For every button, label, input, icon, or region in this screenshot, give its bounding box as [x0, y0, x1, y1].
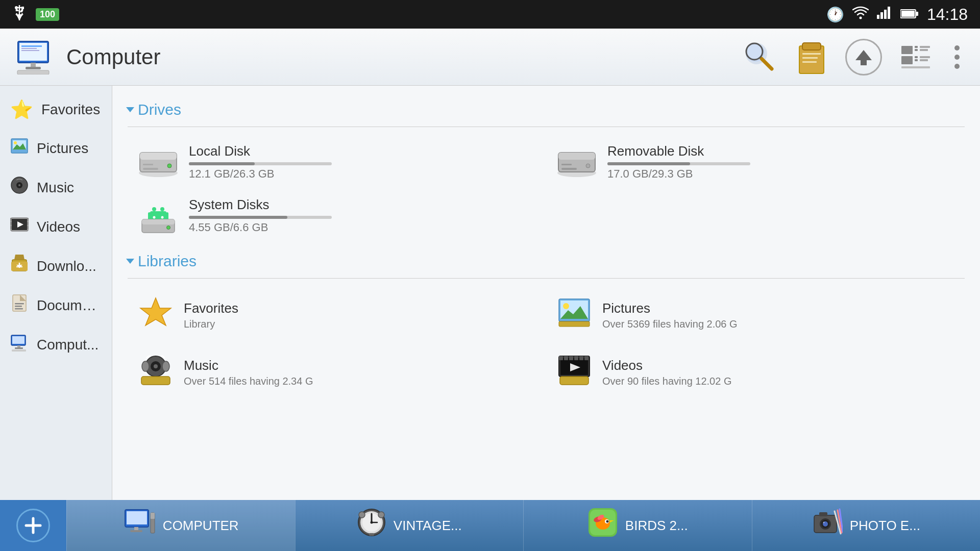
title-actions	[742, 39, 965, 76]
taskbar-item-computer[interactable]: COMPUTER	[66, 500, 295, 551]
svg-rect-115	[141, 377, 170, 385]
list-view-button[interactable]	[897, 39, 934, 76]
svg-point-105	[167, 226, 170, 229]
local-disk-size: 12.1 GB/26.3 GB	[189, 167, 536, 181]
sidebar-item-music[interactable]: Music	[0, 168, 112, 207]
sidebar-item-documents[interactable]: Docume...	[0, 286, 112, 325]
sidebar: ⭐ Favorites Pictures	[0, 86, 112, 500]
library-pictures-info: Pictures Over 5369 files having 2.06 G	[602, 300, 738, 330]
library-item-pictures[interactable]: Pictures Over 5369 files having 2.06 G	[546, 287, 965, 344]
svg-rect-11	[880, 12, 883, 19]
status-bar: 100 🕐	[0, 0, 980, 29]
svg-rect-33	[802, 57, 818, 59]
svg-rect-60	[10, 218, 12, 221]
removable-disk-bar-fill	[607, 162, 690, 165]
downloads-icon	[10, 255, 29, 278]
pictures-icon	[10, 137, 29, 160]
svg-point-114	[154, 364, 158, 368]
taskbar-computer-icon	[123, 509, 156, 542]
library-music-info: Music Over 514 files having 2.34 G	[184, 358, 313, 387]
add-circle	[16, 509, 50, 542]
removable-disk-bar-bg	[607, 162, 750, 165]
svg-rect-15	[901, 11, 915, 17]
svg-rect-37	[915, 46, 918, 48]
svg-rect-124	[579, 356, 583, 360]
status-bar-left: 100	[12, 4, 59, 25]
upload-icon	[845, 39, 882, 76]
svg-rect-74	[15, 303, 24, 305]
system-disks-icon	[138, 201, 179, 231]
taskbar-item-vintage[interactable]: VINTAGE...	[295, 500, 524, 551]
svg-rect-34	[802, 61, 817, 63]
svg-rect-21	[17, 70, 49, 74]
sidebar-item-videos[interactable]: Videos	[0, 207, 112, 246]
more-button[interactable]	[949, 39, 965, 76]
taskbar-birds2-label: BIRDS 2...	[625, 518, 688, 534]
music-icon	[10, 176, 29, 199]
library-favorites-icon	[138, 295, 174, 336]
sidebar-item-pictures-label: Pictures	[37, 140, 88, 157]
alarm-icon: 🕐	[826, 6, 844, 23]
system-disks-info: System Disks 4.55 GB/6.6 GB	[189, 197, 536, 234]
svg-rect-104	[142, 219, 175, 224]
svg-rect-23	[21, 48, 37, 49]
taskbar-vintage-icon	[357, 508, 386, 543]
favorites-icon: ⭐	[10, 99, 33, 120]
svg-rect-12	[884, 10, 887, 19]
svg-rect-31	[802, 43, 821, 50]
search-button[interactable]	[742, 39, 778, 75]
svg-point-56	[18, 184, 20, 186]
library-music-icon	[138, 352, 174, 393]
libraries-grid: Favorites Library Pictures	[128, 287, 965, 401]
clipboard-button[interactable]	[793, 39, 830, 76]
svg-rect-44	[920, 56, 930, 58]
svg-rect-62	[10, 226, 12, 229]
wifi-icon	[852, 6, 869, 23]
svg-marker-35	[855, 50, 872, 65]
sidebar-item-computer-label: Comput...	[37, 337, 99, 353]
svg-rect-39	[920, 46, 930, 48]
svg-rect-61	[10, 222, 12, 225]
svg-marker-68	[14, 255, 24, 260]
svg-rect-144	[369, 533, 374, 536]
content-area: Drives Local Disk	[112, 86, 980, 500]
removable-disk-icon	[556, 147, 597, 178]
svg-rect-10	[877, 15, 879, 19]
svg-rect-16	[916, 12, 918, 16]
library-pictures-icon	[556, 295, 592, 336]
drives-divider	[128, 127, 965, 127]
removable-disk-size: 17.0 GB/29.3 GB	[607, 167, 954, 181]
svg-rect-80	[15, 347, 23, 349]
sidebar-item-computer[interactable]: Comput...	[0, 325, 112, 364]
svg-rect-122	[569, 356, 573, 360]
svg-point-141	[370, 521, 373, 524]
battery-icon	[900, 6, 919, 22]
library-favorites-name: Favorites	[184, 300, 238, 316]
taskbar-item-photoe[interactable]: PHOTO E...	[752, 500, 981, 551]
local-disk-item[interactable]: Local Disk 12.1 GB/26.3 GB	[128, 135, 546, 189]
svg-point-142	[359, 512, 365, 518]
library-videos-desc: Over 90 files having 12.02 G	[602, 375, 731, 387]
library-item-videos[interactable]: Videos Over 90 files having 12.02 G	[546, 344, 965, 401]
system-disks-bar-fill	[189, 216, 287, 219]
library-item-favorites[interactable]: Favorites Library	[128, 287, 546, 344]
svg-rect-135	[151, 513, 155, 519]
svg-rect-41	[901, 56, 913, 64]
local-disk-bar-fill	[189, 162, 255, 165]
taskbar-add-button[interactable]	[0, 500, 66, 551]
documents-icon	[10, 294, 29, 317]
svg-point-110	[563, 303, 569, 309]
upload-button[interactable]	[845, 39, 882, 76]
system-disks-item[interactable]: System Disks 4.55 GB/6.6 GB	[128, 189, 546, 242]
system-disks-size: 4.55 GB/6.6 GB	[189, 221, 536, 234]
removable-disk-info: Removable Disk 17.0 GB/29.3 GB	[607, 143, 954, 181]
taskbar-item-birds2[interactable]: BIRDS 2...	[523, 500, 752, 551]
removable-disk-item[interactable]: Removable Disk 17.0 GB/29.3 GB	[546, 135, 965, 189]
sidebar-item-downloads[interactable]: Downlo...	[0, 246, 112, 286]
library-item-music[interactable]: Music Over 514 files having 2.34 G	[128, 344, 546, 401]
status-bar-right: 🕐	[826, 5, 968, 24]
library-music-desc: Over 514 files having 2.34 G	[184, 375, 313, 387]
local-disk-name: Local Disk	[189, 143, 536, 159]
sidebar-item-favorites[interactable]: ⭐ Favorites	[0, 91, 112, 129]
sidebar-item-pictures[interactable]: Pictures	[0, 129, 112, 168]
